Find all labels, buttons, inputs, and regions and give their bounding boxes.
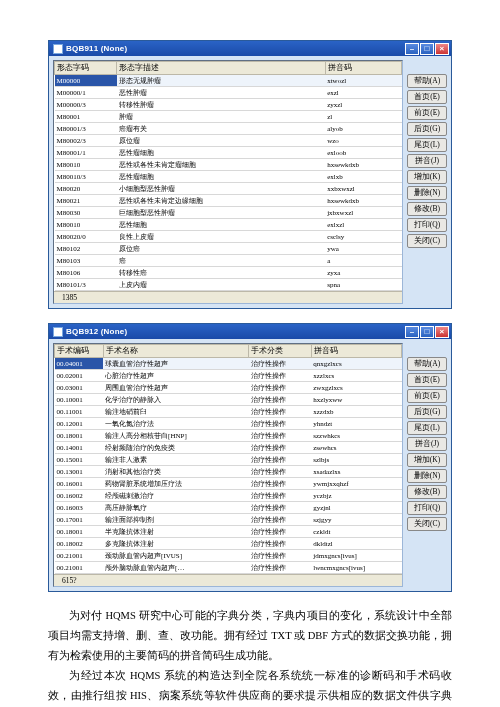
table-row[interactable]: M80010/3恶性瘤细胞exlxb xyxy=(55,171,402,183)
window-controls: – □ × xyxy=(405,326,449,338)
table-row[interactable]: M80030巨细胞型恶性肿瘤jxbxwxzl xyxy=(55,207,402,219)
column-header[interactable]: 形态字码 xyxy=(55,62,117,75)
column-header[interactable]: 手术名称 xyxy=(103,345,249,358)
table-cell: 原位癌 xyxy=(117,243,325,255)
table-row[interactable]: M80103癌a xyxy=(55,255,402,267)
action-button[interactable]: 拼音(J) xyxy=(407,154,447,168)
table-row[interactable]: 00.17001输注面部抑制剂治疗性操作szjgyy xyxy=(55,514,402,526)
action-button[interactable]: 首页(E) xyxy=(407,90,447,104)
table-cell: 化学治疗的静脉入 xyxy=(103,394,249,406)
column-header[interactable]: 手术分类 xyxy=(249,345,311,358)
close-button[interactable]: × xyxy=(435,43,449,55)
table-row[interactable]: M80101/3上皮内瘤spna xyxy=(55,279,402,291)
table-row[interactable]: 00.14001经射频随治疗的免疫类治疗性操作zsewhcs xyxy=(55,442,402,454)
table-row[interactable]: 00.03001周围血管治疗性超声治疗性操作zwxgzlxcs xyxy=(55,382,402,394)
data-grid[interactable]: 形态字码形态字描述拼音码 M00000形态无规肿瘤xtwozlM00000/1恶… xyxy=(53,60,403,304)
table-cell: M80010/3 xyxy=(55,171,117,183)
table-cell: alyob xyxy=(325,123,401,135)
table-cell: M00000/1 xyxy=(55,87,117,99)
table-cell: 上皮内瘤 xyxy=(117,279,325,291)
action-button[interactable]: 后页(G) xyxy=(407,405,447,419)
table-cell: 治疗性操作 xyxy=(249,358,311,370)
titlebar[interactable]: BQB911 (None) – □ × xyxy=(49,41,451,56)
table-row[interactable]: M80010恶性或各性未肯定瘤细胞hxsewkdxb xyxy=(55,159,402,171)
table-row[interactable]: M80002/3原位瘤wzo xyxy=(55,135,402,147)
table-row[interactable]: 00.10001化学治疗的静脉入治疗性操作hxzlyxww xyxy=(55,394,402,406)
minimize-button[interactable]: – xyxy=(405,43,419,55)
table-cell: 一氧化氮治疗法 xyxy=(103,418,249,430)
paragraph: 为经过本次 HQMS 系统的构造达到全院各系统统一标准的诊断码和手术码收效，由推… xyxy=(48,666,452,707)
action-button[interactable]: 拼音(J) xyxy=(407,437,447,451)
column-header[interactable]: 手术编码 xyxy=(55,345,104,358)
table-cell: 经颅磁刺激治疗 xyxy=(103,490,249,502)
table-cell: csclsy xyxy=(325,231,401,243)
maximize-button[interactable]: □ xyxy=(420,43,434,55)
table-row[interactable]: 00.13001消射和其他治疗类治疗性操作xsadazlxs xyxy=(55,466,402,478)
table-row[interactable]: 00.16001药物肾脏系统增加压疗法治疗性操作ywmjxxqhzf xyxy=(55,478,402,490)
table-row[interactable]: 00.11001输注地硝前臼治疗性操作xzzdxb xyxy=(55,406,402,418)
action-button[interactable]: 关闭(C) xyxy=(407,517,447,531)
table-row[interactable]: 00.12001一氧化氮治疗法治疗性操作yhndzt xyxy=(55,418,402,430)
column-header[interactable]: 拼音码 xyxy=(311,345,401,358)
table-row[interactable]: 00.21001颈动脉血管内超声[IVUS]治疗性操作jdmxgncs[ivus… xyxy=(55,550,402,562)
action-button[interactable]: 修改(B) xyxy=(407,202,447,216)
table-row[interactable]: M80001/3癌瘤有关alyob xyxy=(55,123,402,135)
table-row[interactable]: M00000/3转移性肿瘤zyxzl xyxy=(55,99,402,111)
table-cell: ywa xyxy=(325,243,401,255)
table-cell: 癌瘤有关 xyxy=(117,123,325,135)
table-cell: 00.15001 xyxy=(55,454,104,466)
action-button[interactable]: 删除(N) xyxy=(407,469,447,483)
action-button[interactable]: 首页(E) xyxy=(407,373,447,387)
data-grid[interactable]: 手术编码手术名称手术分类拼音码 00.04001球囊血管治疗性超声治疗性操作qn… xyxy=(53,343,403,587)
table-row[interactable]: 00.18001半克隆抗体注射治疗性操作czkldt xyxy=(55,526,402,538)
action-button[interactable]: 帮助(A) xyxy=(407,357,447,371)
column-header[interactable]: 拼音码 xyxy=(325,62,401,75)
action-button[interactable]: 后页(G) xyxy=(407,122,447,136)
table-row[interactable]: M80001/1恶性瘤细胞exloob xyxy=(55,147,402,159)
table-row[interactable]: 00.16003高压静脉氧疗治疗性操作gyzjnl xyxy=(55,502,402,514)
table-cell: 原位瘤 xyxy=(117,135,325,147)
action-button[interactable]: 增加(K) xyxy=(407,453,447,467)
table-row[interactable]: M80020小细胞型恶性肿瘤xxbxwxzl xyxy=(55,183,402,195)
table-row[interactable]: 00.02001心脏治疗性超声治疗性操作xzzlxcs xyxy=(55,370,402,382)
table-row[interactable]: 00.15001输注非人激素治疗性操作szlbjs xyxy=(55,454,402,466)
table-cell: M80106 xyxy=(55,267,117,279)
action-button[interactable]: 打印(Q) xyxy=(407,501,447,515)
table-row[interactable]: M80021恶性或各性未肯定边缘细胞hxsewkdxb xyxy=(55,195,402,207)
action-button[interactable]: 关闭(C) xyxy=(407,234,447,248)
action-button[interactable]: 前页(E) xyxy=(407,106,447,120)
table-row[interactable]: 00.21001颅外脑动脉血管内超声[…治疗性操作lwncmxgncs[ivus… xyxy=(55,562,402,574)
table-cell: 药物肾脏系统增加压疗法 xyxy=(103,478,249,490)
action-button[interactable]: 帮助(A) xyxy=(407,74,447,88)
table-cell: 治疗性操作 xyxy=(249,514,311,526)
table-row[interactable]: M80106转移性癌zyxa xyxy=(55,267,402,279)
table-row[interactable]: 00.04001球囊血管治疗性超声治疗性操作qnxgzlxcs xyxy=(55,358,402,370)
table-cell: 球囊血管治疗性超声 xyxy=(103,358,249,370)
table-row[interactable]: 00.18002多克隆抗体注射治疗性操作dkldtzl xyxy=(55,538,402,550)
action-button[interactable]: 尾页(L) xyxy=(407,421,447,435)
minimize-button[interactable]: – xyxy=(405,326,419,338)
table-row[interactable]: 00.18001输注人高分相核苷白[HNP]治疗性操作szzwhkcs xyxy=(55,430,402,442)
column-header[interactable]: 形态字描述 xyxy=(117,62,325,75)
table-row[interactable]: M00000形态无规肿瘤xtwozl xyxy=(55,75,402,87)
table-cell: 恶性或各性未肯定瘤细胞 xyxy=(117,159,325,171)
table-cell: 转移性肿瘤 xyxy=(117,99,325,111)
table-cell: M80020/0 xyxy=(55,231,117,243)
table-row[interactable]: M80001肿瘤zl xyxy=(55,111,402,123)
table-cell: 00.18001 xyxy=(55,526,104,538)
action-button[interactable]: 修改(B) xyxy=(407,485,447,499)
maximize-button[interactable]: □ xyxy=(420,326,434,338)
action-button[interactable]: 尾页(L) xyxy=(407,138,447,152)
table-row[interactable]: M00000/1恶性肿瘤exzl xyxy=(55,87,402,99)
action-button[interactable]: 删除(N) xyxy=(407,186,447,200)
titlebar[interactable]: BQB912 (None) – □ × xyxy=(49,324,451,339)
table-row[interactable]: M80102原位癌ywa xyxy=(55,243,402,255)
table-row[interactable]: M80010恶性细胞exlxzl xyxy=(55,219,402,231)
close-button[interactable]: × xyxy=(435,326,449,338)
table-row[interactable]: M80020/0良性上皮瘤csclsy xyxy=(55,231,402,243)
action-button[interactable]: 打印(Q) xyxy=(407,218,447,232)
action-button[interactable]: 前页(E) xyxy=(407,389,447,403)
action-button[interactable]: 增加(K) xyxy=(407,170,447,184)
table-cell: xtwozl xyxy=(325,75,401,87)
table-row[interactable]: 00.16002经颅磁刺激治疗治疗性操作yczbjz xyxy=(55,490,402,502)
